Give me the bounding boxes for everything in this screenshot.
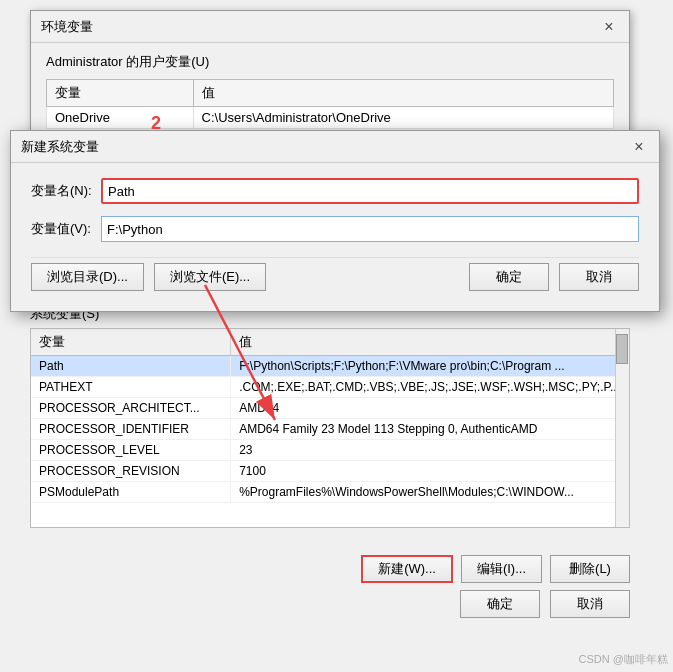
sys-var-value: .COM;.EXE;.BAT;.CMD;.VBS;.VBE;.JS;.JSE;.…: [231, 377, 629, 398]
sys-var-name: PROCESSOR_REVISION: [31, 461, 231, 482]
sys-var-value: F:\Python\Scripts;F:\Python;F:\VMware pr…: [231, 356, 629, 377]
env-vars-dialog: 环境变量 × Administrator 的用户变量(U) 变量 值 OneDr…: [30, 10, 630, 140]
btn-left-group: 浏览目录(D)... 浏览文件(E)...: [31, 263, 459, 291]
annotation-2: 2: [151, 113, 161, 134]
new-sys-var-content: 变量名(N): 变量值(V): 浏览目录(D)... 浏览文件(E)... 确定…: [11, 163, 659, 311]
sys-action-buttons: 1 新建(W)... 编辑(I)... 删除(L): [30, 555, 630, 583]
env-vars-title: 环境变量: [41, 18, 93, 36]
env-vars-close-button[interactable]: ×: [599, 17, 619, 37]
var-value-row: 变量值(V):: [31, 216, 639, 242]
sys-var-name: PSModulePath: [31, 482, 231, 503]
var-name-input[interactable]: [101, 178, 639, 204]
sys-var-col-value: 值: [231, 329, 629, 356]
new-dialog-ok-button[interactable]: 确定: [469, 263, 549, 291]
sys-var-row[interactable]: PROCESSOR_REVISION7100: [31, 461, 629, 482]
new-sys-var-close-button[interactable]: ×: [629, 137, 649, 157]
var-value-input[interactable]: [101, 216, 639, 242]
user-var-table: 变量 值 OneDrive C:\Users\Administrator\One…: [46, 79, 614, 129]
var-name-row: 变量名(N):: [31, 178, 639, 204]
sys-vars-section: 系统变量(S) 变量 值 PathF:\Python\Scripts;F:\Py…: [30, 305, 630, 528]
main-cancel-button[interactable]: 取消: [550, 590, 630, 618]
sys-var-value: 7100: [231, 461, 629, 482]
sys-var-name: PROCESSOR_LEVEL: [31, 440, 231, 461]
env-vars-content: Administrator 的用户变量(U) 变量 值 OneDrive C:\…: [31, 43, 629, 139]
sys-var-row[interactable]: PathF:\Python\Scripts;F:\Python;F:\VMwar…: [31, 356, 629, 377]
new-sys-var-title: 新建系统变量: [21, 138, 99, 156]
new-sys-var-dialog: 新建系统变量 × 2 变量名(N): 变量值(V): 浏览目录(D)... 浏览…: [10, 130, 660, 312]
sys-var-table-container: 变量 值 PathF:\Python\Scripts;F:\Python;F:\…: [30, 328, 630, 528]
user-var-section-label: Administrator 的用户变量(U): [46, 53, 614, 71]
sys-var-name: PATHEXT: [31, 377, 231, 398]
var-name-label: 变量名(N):: [31, 182, 101, 200]
browse-dir-button[interactable]: 浏览目录(D)...: [31, 263, 144, 291]
user-var-row[interactable]: OneDrive C:\Users\Administrator\OneDrive: [47, 107, 614, 129]
watermark: CSDN @咖啡年糕: [579, 652, 668, 667]
user-var-value: C:\Users\Administrator\OneDrive: [193, 107, 613, 129]
new-sys-var-buttons: 浏览目录(D)... 浏览文件(E)... 确定 取消: [31, 257, 639, 296]
sys-var-value: AMD64 Family 23 Model 113 Stepping 0, Au…: [231, 419, 629, 440]
sys-var-value: AMD64: [231, 398, 629, 419]
sys-var-row[interactable]: PROCESSOR_IDENTIFIERAMD64 Family 23 Mode…: [31, 419, 629, 440]
sys-var-value: %ProgramFiles%\WindowsPowerShell\Modules…: [231, 482, 629, 503]
sys-var-name: PROCESSOR_ARCHITECT...: [31, 398, 231, 419]
user-var-col-name: 变量: [47, 80, 194, 107]
env-vars-titlebar: 环境变量 ×: [31, 11, 629, 43]
sys-var-row[interactable]: PROCESSOR_ARCHITECT...AMD64: [31, 398, 629, 419]
user-var-col-value: 值: [193, 80, 613, 107]
sys-var-col-name: 变量: [31, 329, 231, 356]
sys-var-row[interactable]: PSModulePath%ProgramFiles%\WindowsPowerS…: [31, 482, 629, 503]
new-dialog-cancel-button[interactable]: 取消: [559, 263, 639, 291]
delete-sys-var-button[interactable]: 删除(L): [550, 555, 630, 583]
new-sys-var-titlebar: 新建系统变量 ×: [11, 131, 659, 163]
sys-var-table: 变量 值 PathF:\Python\Scripts;F:\Python;F:\…: [31, 329, 629, 503]
sys-var-row[interactable]: PATHEXT.COM;.EXE;.BAT;.CMD;.VBS;.VBE;.JS…: [31, 377, 629, 398]
edit-sys-var-button[interactable]: 编辑(I)...: [461, 555, 542, 583]
scrollbar-track[interactable]: [615, 329, 629, 527]
new-sys-var-button[interactable]: 新建(W)...: [361, 555, 453, 583]
var-value-label: 变量值(V):: [31, 220, 101, 238]
browse-file-button[interactable]: 浏览文件(E)...: [154, 263, 266, 291]
sys-var-name: PROCESSOR_IDENTIFIER: [31, 419, 231, 440]
sys-var-name: Path: [31, 356, 231, 377]
scrollbar-thumb[interactable]: [616, 334, 628, 364]
user-var-name: OneDrive: [47, 107, 194, 129]
main-bottom-buttons: 确定 取消: [30, 590, 630, 618]
main-ok-button[interactable]: 确定: [460, 590, 540, 618]
sys-var-value: 23: [231, 440, 629, 461]
sys-var-row[interactable]: PROCESSOR_LEVEL23: [31, 440, 629, 461]
